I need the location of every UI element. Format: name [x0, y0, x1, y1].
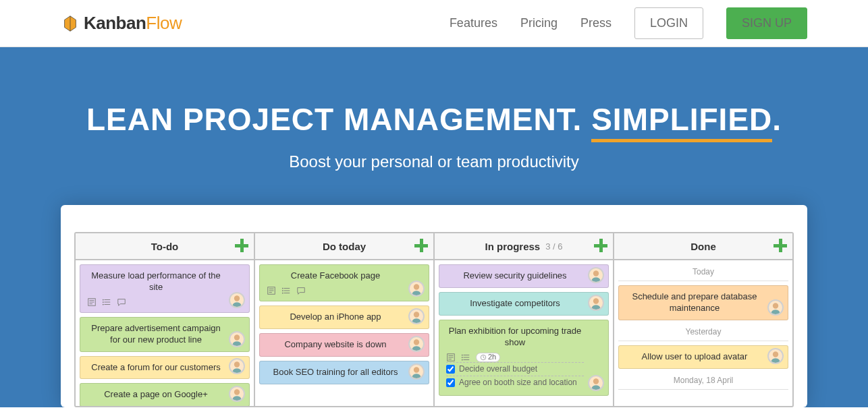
card-title: Investigate competitors	[446, 298, 584, 310]
nav: Features Pricing Press LOGIN SIGN UP	[450, 7, 807, 39]
note-icon	[446, 353, 456, 362]
svg-point-17	[593, 298, 599, 303]
svg-point-13	[414, 312, 419, 317]
card-meta: 2h	[446, 353, 584, 362]
card-title: Plan exhibition for upcoming trade show	[446, 326, 584, 349]
comment-icon	[117, 297, 126, 307]
kanban-card[interactable]: Book SEO training for all editors	[259, 361, 429, 384]
kanban-card[interactable]: Company website is down	[259, 333, 429, 357]
subtask[interactable]: Decide overall budget	[446, 362, 584, 376]
subtask-label: Decide overall budget	[459, 364, 537, 375]
avatar-icon	[408, 363, 425, 380]
time-badge: 2h	[476, 353, 500, 362]
subtask-checkbox[interactable]	[446, 365, 455, 374]
column-body: Measure load performance of the sitePrep…	[76, 260, 254, 406]
kanban-card[interactable]: Create a page on Google+	[80, 383, 250, 406]
logo[interactable]: KanbanFlow	[61, 13, 182, 34]
svg-point-5	[234, 334, 240, 340]
svg-point-1	[103, 299, 104, 300]
kanban-card[interactable]: Prepare advertisement campaign for our n…	[80, 317, 250, 352]
subtask-label: Agree on booth size and location	[459, 378, 577, 388]
topbar: KanbanFlow Features Pricing Press LOGIN …	[0, 0, 868, 47]
subtask[interactable]: Agree on booth size and location	[446, 376, 584, 390]
kanban-card[interactable]: Schedule and prepare database maintenanc…	[618, 285, 788, 320]
avatar-icon	[767, 348, 784, 364]
column-header: Done	[614, 233, 792, 260]
column-title: In progress	[485, 241, 541, 252]
avatar-icon	[229, 292, 245, 308]
kanban-card[interactable]: Allow user to upload avatar	[618, 345, 788, 369]
kanban-column: DoneTodaySchedule and prepare database m…	[614, 233, 792, 406]
svg-point-21	[462, 359, 463, 360]
date-group-label: Today	[618, 264, 788, 281]
list-icon	[102, 297, 111, 307]
add-card-button[interactable]	[772, 237, 788, 254]
list-icon	[281, 286, 291, 295]
svg-point-7	[234, 390, 240, 395]
svg-point-14	[414, 339, 419, 345]
card-title: Company website is down	[267, 339, 404, 351]
svg-point-6	[234, 362, 240, 368]
kanban-card[interactable]: Investigate competitors	[439, 292, 609, 316]
kanban-card[interactable]: Review security guidelines	[439, 264, 609, 288]
card-meta	[267, 286, 404, 295]
subtask-checkbox[interactable]	[446, 378, 455, 387]
column-title: Done	[690, 241, 716, 252]
kanban-card[interactable]: Measure load performance of the site	[80, 264, 250, 313]
column-count: 3 / 6	[545, 241, 562, 252]
svg-point-4	[234, 295, 240, 301]
card-title: Allow user to upload avatar	[626, 351, 763, 363]
nav-pricing[interactable]: Pricing	[520, 16, 558, 30]
comment-icon	[296, 286, 306, 295]
svg-point-19	[462, 354, 463, 355]
column-body: TodaySchedule and prepare database maint…	[614, 260, 792, 406]
column-body: Review security guidelinesInvestigate co…	[435, 260, 613, 406]
svg-point-23	[593, 378, 599, 384]
card-title: Review security guidelines	[446, 270, 584, 282]
add-card-button[interactable]	[413, 237, 429, 254]
logo-text: KanbanFlow	[84, 13, 182, 34]
column-title: To-do	[151, 241, 179, 252]
svg-point-11	[282, 293, 283, 294]
kanban-column: Do todayCreate Facebook pageDevelop an i…	[255, 233, 435, 406]
nav-press[interactable]: Press	[580, 16, 612, 30]
card-title: Create a page on Google+	[87, 389, 225, 401]
avatar-icon	[588, 295, 604, 311]
avatar-icon	[229, 386, 245, 402]
kanban-column: In progress3 / 6Review security guidelin…	[435, 233, 614, 406]
hero-subtitle: Boost your personal or team productivity	[0, 152, 868, 171]
nav-features[interactable]: Features	[450, 16, 497, 30]
kanban-column: To-doMeasure load performance of the sit…	[76, 233, 255, 406]
avatar-icon	[408, 308, 425, 324]
card-title: Prepare advertisement campaign for our n…	[87, 323, 225, 346]
column-header: To-do	[76, 233, 254, 260]
kanban-card[interactable]: Develop an iPhone app	[259, 305, 429, 329]
svg-point-20	[462, 357, 463, 358]
card-title: Create a forum for our customers	[87, 362, 225, 374]
date-group-label: Monday, 18 April	[618, 373, 788, 390]
board-screenshot: To-doMeasure load performance of the sit…	[61, 205, 807, 407]
kanban-board: To-doMeasure load performance of the sit…	[74, 232, 794, 407]
avatar-icon	[588, 375, 604, 391]
svg-point-12	[414, 284, 419, 289]
kanban-card[interactable]: Create a forum for our customers	[80, 356, 250, 380]
add-card-button[interactable]	[234, 237, 250, 254]
svg-point-24	[773, 303, 778, 308]
avatar-icon	[229, 331, 245, 347]
login-button[interactable]: LOGIN	[634, 7, 703, 39]
kanban-card[interactable]: Plan exhibition for upcoming trade show2…	[439, 320, 609, 396]
svg-point-16	[593, 270, 599, 276]
hero-title: LEAN PROJECT MANAGEMENT. SIMPLIFIED.	[0, 101, 868, 138]
note-icon	[267, 286, 276, 295]
avatar-icon	[408, 281, 425, 297]
logo-icon	[61, 14, 80, 33]
hero: LEAN PROJECT MANAGEMENT. SIMPLIFIED. Boo…	[0, 47, 868, 407]
card-title: Create Facebook page	[267, 270, 404, 282]
avatar-icon	[229, 358, 245, 374]
add-card-button[interactable]	[593, 237, 609, 254]
svg-point-3	[103, 303, 104, 305]
kanban-card[interactable]: Create Facebook page	[259, 264, 429, 301]
column-body: Create Facebook pageDevelop an iPhone ap…	[255, 260, 433, 406]
signup-button[interactable]: SIGN UP	[726, 7, 807, 39]
avatar-icon	[588, 267, 604, 283]
